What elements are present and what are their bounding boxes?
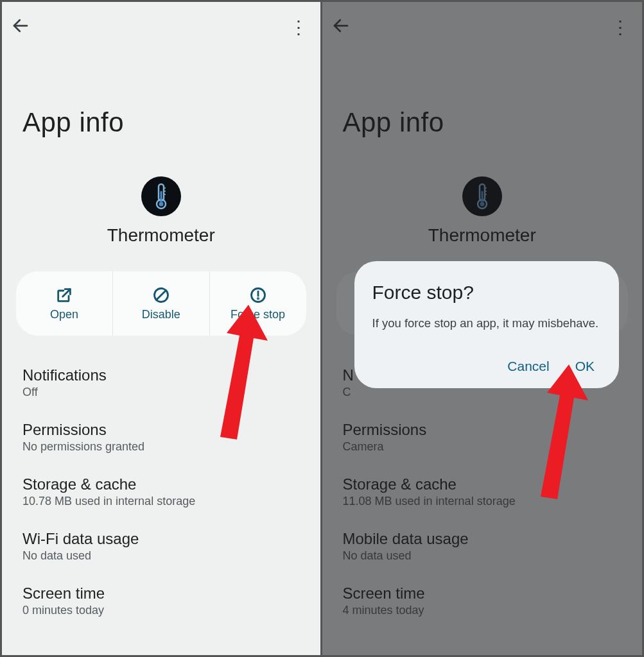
- screenshot-right: ⋮ App info Thermometer Open Disable: [322, 2, 643, 655]
- row-permissions[interactable]: Permissions No permissions granted: [22, 412, 300, 466]
- force-stop-label: Force stop: [231, 308, 285, 321]
- page-title: App info: [2, 43, 320, 138]
- screenshot-left: ⋮ App info Thermometer Open Disable: [2, 2, 322, 655]
- dialog-message: If you force stop an app, it may misbeha…: [372, 316, 602, 330]
- top-bar: ⋮: [2, 2, 320, 43]
- force-stop-dialog: Force stop? If you force stop an app, it…: [354, 261, 620, 388]
- svg-line-10: [156, 290, 166, 300]
- disable-button[interactable]: Disable: [112, 271, 209, 336]
- row-screen-time[interactable]: Screen time 0 minutes today: [22, 576, 300, 630]
- app-header: Thermometer: [2, 176, 320, 246]
- disable-label: Disable: [142, 308, 180, 321]
- force-stop-icon: [249, 286, 267, 304]
- dialog-title: Force stop?: [372, 282, 602, 303]
- svg-point-3: [159, 202, 163, 207]
- app-name: Thermometer: [2, 225, 320, 246]
- more-vert-icon[interactable]: ⋮: [290, 17, 311, 38]
- ok-button[interactable]: OK: [575, 359, 595, 374]
- cancel-button[interactable]: Cancel: [507, 359, 549, 374]
- settings-list: Notifications Off Permissions No permiss…: [2, 357, 320, 630]
- svg-point-13: [257, 298, 258, 298]
- row-wifi-data[interactable]: Wi-Fi data usage No data used: [22, 521, 300, 576]
- dialog-scrim[interactable]: Force stop? If you force stop an app, it…: [322, 2, 643, 655]
- back-arrow-icon[interactable]: [11, 16, 30, 38]
- open-icon: [55, 286, 73, 304]
- row-storage[interactable]: Storage & cache 10.78 MB used in interna…: [22, 466, 300, 521]
- open-button[interactable]: Open: [16, 271, 112, 336]
- action-bar: Open Disable Force stop: [16, 271, 306, 336]
- disable-icon: [152, 286, 170, 304]
- open-label: Open: [50, 308, 78, 321]
- force-stop-button[interactable]: Force stop: [209, 271, 306, 336]
- thermometer-app-icon: [141, 176, 181, 216]
- row-notifications[interactable]: Notifications Off: [22, 357, 300, 412]
